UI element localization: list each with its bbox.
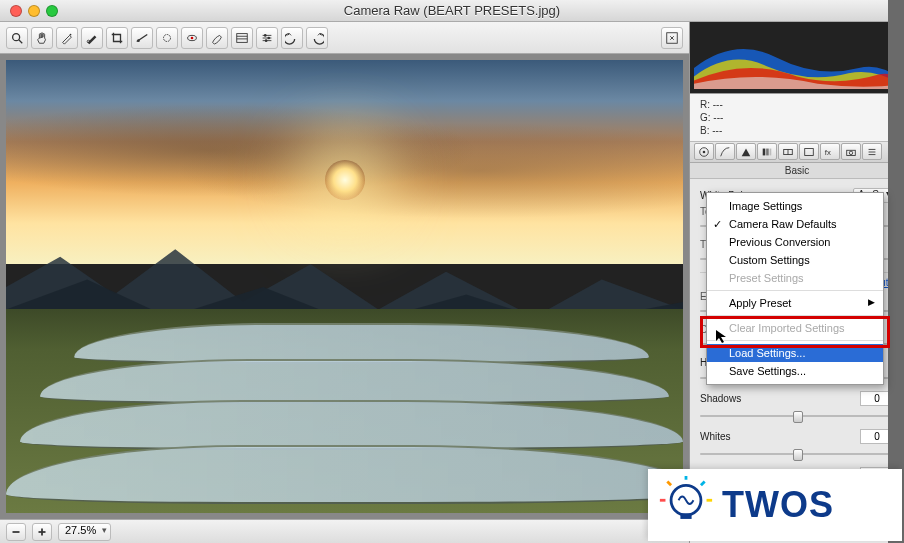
watermark: TWOS <box>648 469 902 541</box>
tab-detail-icon[interactable] <box>736 143 756 160</box>
rotate-cw-icon[interactable] <box>306 27 328 49</box>
zoom-tool-icon[interactable] <box>6 27 28 49</box>
color-sampler-tool-icon[interactable] <box>81 27 103 49</box>
close-button[interactable] <box>10 5 22 17</box>
svg-rect-9 <box>237 33 248 42</box>
panel-title: Basic <box>690 163 904 179</box>
graduated-filter-tool-icon[interactable] <box>231 27 253 49</box>
svg-point-15 <box>264 34 267 37</box>
top-toolbar <box>0 22 689 54</box>
menu-image-settings[interactable]: Image Settings <box>707 197 883 215</box>
histogram[interactable] <box>690 22 904 94</box>
tab-camera-icon[interactable] <box>841 143 861 160</box>
menu-save-settings[interactable]: Save Settings... <box>707 362 883 380</box>
tab-hsl-icon[interactable] <box>757 143 777 160</box>
image-preview[interactable] <box>0 54 689 519</box>
svg-rect-25 <box>766 149 769 156</box>
tab-split-icon[interactable] <box>778 143 798 160</box>
tab-basic-icon[interactable] <box>694 143 714 160</box>
svg-point-6 <box>164 34 171 41</box>
svg-line-38 <box>701 482 705 486</box>
rgb-readout: R: --- G: --- B: --- <box>690 94 904 142</box>
titlebar: Camera Raw (BEART PRESETS.jpg) <box>0 0 904 22</box>
svg-point-5 <box>137 39 140 42</box>
watermark-text: TWOS <box>722 484 834 526</box>
zoom-in-icon[interactable] <box>32 523 52 541</box>
bottom-bar: 27.5% <box>0 519 689 543</box>
minimize-button[interactable] <box>28 5 40 17</box>
crop-tool-icon[interactable] <box>106 27 128 49</box>
cursor-icon <box>714 328 730 346</box>
straighten-tool-icon[interactable] <box>131 27 153 49</box>
svg-point-2 <box>70 33 72 35</box>
panel-tabstrip: fx <box>690 142 904 163</box>
tab-lens-icon[interactable] <box>799 143 819 160</box>
svg-point-8 <box>191 36 194 39</box>
svg-rect-24 <box>763 149 766 156</box>
white-balance-tool-icon[interactable] <box>56 27 78 49</box>
menu-preset-settings: Preset Settings <box>707 269 883 287</box>
svg-line-39 <box>667 482 671 486</box>
whites-slider[interactable] <box>700 447 894 461</box>
svg-point-0 <box>13 33 20 40</box>
rotate-ccw-icon[interactable] <box>281 27 303 49</box>
image-panel: 27.5% <box>0 22 690 543</box>
spot-removal-tool-icon[interactable] <box>156 27 178 49</box>
panel-flyout-menu: Image Settings Camera Raw Defaults Previ… <box>706 192 884 385</box>
red-eye-tool-icon[interactable] <box>181 27 203 49</box>
window-right-edge <box>888 0 904 543</box>
svg-point-23 <box>703 151 706 154</box>
hand-tool-icon[interactable] <box>31 27 53 49</box>
svg-rect-29 <box>805 149 814 156</box>
menu-clear-imported: Clear Imported Settings <box>707 319 883 337</box>
zoom-level-select[interactable]: 27.5% <box>58 523 111 541</box>
svg-line-1 <box>19 39 23 43</box>
svg-rect-26 <box>770 149 772 156</box>
zoom-out-icon[interactable] <box>6 523 26 541</box>
menu-previous-conversion[interactable]: Previous Conversion <box>707 233 883 251</box>
lightbulb-icon <box>658 476 714 534</box>
menu-custom-settings[interactable]: Custom Settings <box>707 251 883 269</box>
svg-point-17 <box>265 39 268 42</box>
tab-fx-icon[interactable]: fx <box>820 143 840 160</box>
tab-presets-icon[interactable] <box>862 143 882 160</box>
zoom-button[interactable] <box>46 5 58 17</box>
tab-curve-icon[interactable] <box>715 143 735 160</box>
menu-apply-preset[interactable]: Apply Preset <box>707 294 883 312</box>
toggle-fullscreen-icon[interactable] <box>661 27 683 49</box>
svg-text:fx: fx <box>825 148 831 157</box>
svg-point-32 <box>849 151 852 154</box>
whites-label: Whites <box>700 431 860 442</box>
menu-camera-raw-defaults[interactable]: Camera Raw Defaults <box>707 215 883 233</box>
window-title: Camera Raw (BEART PRESETS.jpg) <box>344 3 560 18</box>
window-controls <box>10 5 58 17</box>
adjustment-brush-tool-icon[interactable] <box>206 27 228 49</box>
shadows-label: Shadows <box>700 393 860 404</box>
preferences-icon[interactable] <box>256 27 278 49</box>
svg-point-16 <box>267 36 270 39</box>
shadows-slider[interactable] <box>700 409 894 423</box>
menu-load-settings[interactable]: Load Settings... <box>707 344 883 362</box>
